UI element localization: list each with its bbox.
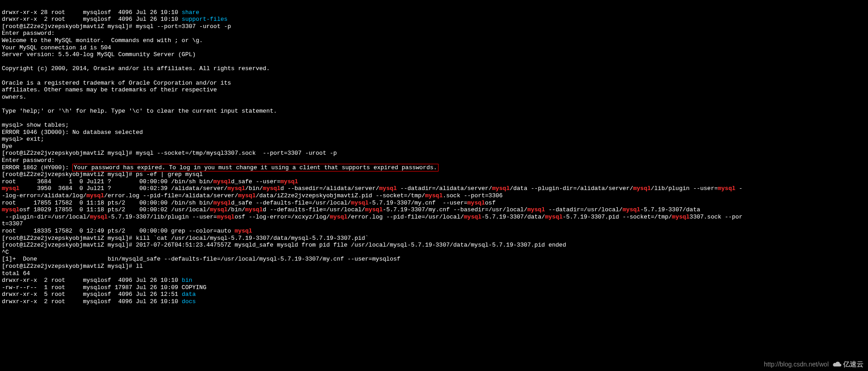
ps-row: - [736,185,743,192]
ps-row: -5.7.19-3307/my.cnf --basedir=/usr/local… [383,206,528,213]
text-line: [root@iZ2ze2jvzepskyobjmavtiZ mysql]# 20… [2,242,566,248]
ps-row: osf --log-error=/xcxyz/log/ [235,214,330,220]
ps-row: /data --plugin-dir=/alidata/server/ [509,185,633,192]
shell-prompt: [root@iZ2ze2jvzepskyobjmavtiZ mysql]# ki… [2,235,368,242]
watermark-logo-text: 亿速云 [843,360,863,368]
hl-mysql: mysql [330,214,348,220]
hl-mysql: mysql [464,214,481,220]
dir-support-files: support-files [182,16,227,23]
text-line: Enter password: [2,157,55,164]
ps-row: d_safe --user= [231,178,280,185]
hl-mysql: mysql [213,178,231,185]
ls-line: drwxr-xr-x 2 root mysqlosf 4096 Jul 26 1… [2,298,182,305]
text-line: owners. [2,94,27,100]
text-line: Your MySQL connection id is 504 [2,44,111,51]
ps-row: /error.log --pid-file=/alidata/server/ [104,192,238,199]
ps-row: -log-error=/alidata/log/ [2,192,86,199]
ps-row: 3307.sock --por [689,214,742,220]
ps-row: -5.7.19-3307.pid --socket=/tmp/ [563,214,672,220]
text-line: Server version: 5.5.40-log MySQL Communi… [2,51,196,58]
ls-line: -rw-r--r-- 1 root mysqlosf 17987 Jul 26 … [2,284,206,291]
hl-mysql: mysql [365,206,383,213]
ps-row: /bin/ [245,185,263,192]
dir-data: data [182,291,196,298]
hl-mysql: mysql [90,214,108,220]
dir-docs: docs [182,298,196,305]
ls-line: drwxr-xr-x 28 root mysqlosf 4096 Jul 26 … [2,9,182,16]
ps-row: /lib/plugin --user= [651,185,718,192]
ps-row: root 3684 1 0 Jul21 ? 00:00:00 /bin/sh b… [2,178,213,185]
hl-mysql: mysql [527,206,545,213]
hl-mysql: mysql [280,178,298,185]
ps-row: --plugin-dir=/usr/local/ [2,214,90,220]
hl-mysql: mysql [351,200,368,206]
ps-row: -5.7.19-3307/my.cnf --user= [368,200,467,206]
ps-row: d --basedir=/alidata/server/ [280,185,379,192]
hl-mysql: mysql [210,206,227,213]
text-line: Oracle is a registered trademark of Orac… [2,80,231,86]
ps-row: t=3307 [2,220,23,227]
mysql-error: ERROR 1046 (3D000): No database selected [2,129,143,136]
hl-mysql: mysql [425,192,443,199]
cloud-icon [832,361,842,368]
hl-mysql: mysql [217,214,235,220]
hl-mysql: mysql [238,192,256,199]
text-line: Enter password: [2,30,55,37]
ps-row: root 17855 17582 0 11:18 pts/2 00:00:00 … [2,200,213,206]
ls-line: drwxr-xr-x 2 root mysqlosf 4096 Jul 26 1… [2,277,182,284]
ps-row: .sock --port=3306 [443,192,503,199]
hl-mysql: mysql [672,214,689,220]
text-line: total 64 [2,270,30,277]
hl-mysql: mysql [492,185,509,192]
hl-mysql: mysql [467,200,485,206]
ps-row: 3950 3684 0 Jul21 ? 00:02:39 /alidata/se… [19,185,227,192]
error-highlight-box: Your password has expired. To log in you… [72,164,439,171]
ps-row: --datadir=/usr/local/ [545,206,623,213]
text-line: Bye [2,143,12,150]
shell-prompt: [root@iZ2ze2jvzepskyobjmavtiZ mysql]# ps… [2,171,203,178]
terminal-output: drwxr-xr-x 28 root mysqlosf 4096 Jul 26 … [2,2,866,305]
ps-row: osf [485,200,495,206]
text-line: Welcome to the MySQL monitor. Commands e… [2,37,203,44]
watermark-url: http://blog.csdn.net/wol [764,361,829,368]
ps-row: -5.7.19-3307/lib/plugin --user= [108,214,217,220]
shell-prompt: [root@iZ2ze2jvzepskyobjmavtiZ mysql]# ll [2,263,143,270]
error-prefix: ERROR 1862 (HY000): [2,164,72,171]
text-line: Type 'help;' or '\h' for help. Type '\c'… [2,108,277,114]
text-line: affiliates. Other names may be trademark… [2,86,217,93]
hl-mysql: mysql [227,185,245,192]
hl-mysql: mysql [379,185,397,192]
hl-mysql: mysql [623,206,640,213]
ps-row: /error.log --pid-file=/usr/local/ [348,214,464,220]
text-line: Copyright (c) 2000, 2014, Oracle and/or … [2,65,270,72]
hl-mysql: mysql [245,206,263,213]
hl-mysql: mysql [633,185,651,192]
shell-prompt: [root@iZ2ze2jvzepskyobjmavtiZ mysql]# my… [2,23,231,30]
hl-mysql: mysql [718,185,736,192]
hl-mysql: mysql [235,228,252,234]
watermark: http://blog.csdn.net/wol 亿速云 [764,360,863,368]
hl-mysql: mysql [213,200,231,206]
hl-mysql: mysql [545,214,562,220]
ps-row: -5.7.19-3307/data [640,206,700,213]
hl-mysql: mysql [2,206,19,213]
ps-row: --datadir=/alidata/server/ [397,185,492,192]
dir-bin: bin [182,277,192,284]
ps-row: root 18335 17582 0 12:49 pts/2 00:00:00 … [2,228,235,234]
ps-row: d --defaults-file=/usr/local/ [263,206,365,213]
hl-mysql: mysql [263,185,280,192]
ps-row: d_safe --defaults-file=/usr/local/ [231,200,351,206]
ps-row: /data/iZ2ze2jvzepskyobjmavtiZ.pid --sock… [256,192,425,199]
ls-line: drwxr-xr-x 5 root mysqlosf 4096 Jul 26 1… [2,291,182,298]
ps-row: osf 18029 17855 0 11:18 pts/2 00:00:02 /… [19,206,210,213]
mysql-prompt: mysql> exit; [2,136,44,143]
dir-share: share [182,9,199,16]
ps-row: /bin/ [227,206,245,213]
text-line: ^C [2,249,9,256]
ls-line: drwxr-xr-x 2 root mysqlosf 4096 Jul 26 1… [2,16,182,23]
shell-prompt: [root@iZ2ze2jvzepskyobjmavtiZ mysql]# my… [2,150,337,157]
ps-row: -5.7.19-3307/data/ [481,214,545,220]
hl-mysql: mysql [2,185,19,192]
watermark-logo: 亿速云 [832,360,863,368]
text-line: [1]+ Done bin/mysqld_safe --defaults-fil… [2,256,401,262]
